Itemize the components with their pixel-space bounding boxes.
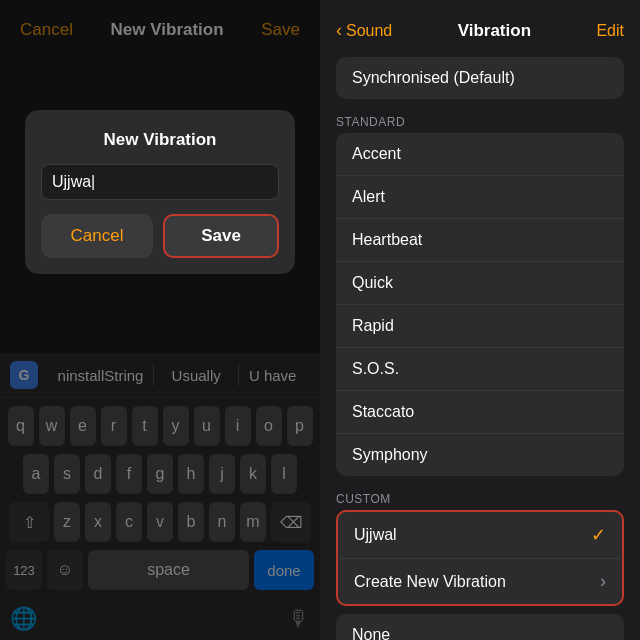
sync-default-row[interactable]: Synchronised (Default) [336, 57, 624, 99]
list-item-quick[interactable]: Quick [336, 262, 624, 305]
right-content: Synchronised (Default) STANDARD Accent A… [320, 57, 640, 640]
custom-section-label: CUSTOM [320, 492, 640, 506]
dialog-save-button[interactable]: Save [163, 214, 279, 258]
custom-ujjwal-label: Ujjwal [354, 526, 397, 544]
list-item-rapid[interactable]: Rapid [336, 305, 624, 348]
standard-list: Accent Alert Heartbeat Quick Rapid S.O.S… [336, 133, 624, 476]
chevron-left-icon: ‹ [336, 20, 342, 41]
dialog-cancel-button[interactable]: Cancel [41, 214, 153, 258]
custom-item-ujjwal[interactable]: Ujjwal ✓ [336, 510, 624, 558]
none-row[interactable]: None [336, 614, 624, 640]
standard-section-label: STANDARD [320, 115, 640, 129]
create-new-vibration-row[interactable]: Create New Vibration › [336, 558, 624, 606]
none-label: None [352, 626, 390, 640]
list-item-staccato[interactable]: Staccato [336, 391, 624, 434]
right-nav-title: Vibration [458, 21, 531, 41]
right-nav-bar: ‹ Sound Vibration Edit [320, 0, 640, 57]
dialog-buttons: Cancel Save [41, 214, 279, 258]
chevron-right-icon: › [600, 571, 606, 592]
dialog-box: New Vibration Cancel Save [25, 110, 295, 274]
right-panel: ‹ Sound Vibration Edit Synchronised (Def… [320, 0, 640, 640]
list-item-accent[interactable]: Accent [336, 133, 624, 176]
dialog-title: New Vibration [103, 130, 216, 150]
list-item-heartbeat[interactable]: Heartbeat [336, 219, 624, 262]
create-new-label: Create New Vibration [354, 573, 506, 591]
dialog-overlay: New Vibration Cancel Save [0, 0, 320, 640]
back-button[interactable]: ‹ Sound [336, 20, 392, 41]
sync-default-label: Synchronised (Default) [352, 69, 515, 86]
left-panel: Cancel New Vibration Save New Vibration … [0, 0, 320, 640]
back-label: Sound [346, 22, 392, 40]
edit-button[interactable]: Edit [596, 22, 624, 40]
list-item-sos[interactable]: S.O.S. [336, 348, 624, 391]
dialog-input[interactable] [41, 164, 279, 200]
checkmark-icon: ✓ [591, 524, 606, 546]
list-item-symphony[interactable]: Symphony [336, 434, 624, 476]
list-item-alert[interactable]: Alert [336, 176, 624, 219]
